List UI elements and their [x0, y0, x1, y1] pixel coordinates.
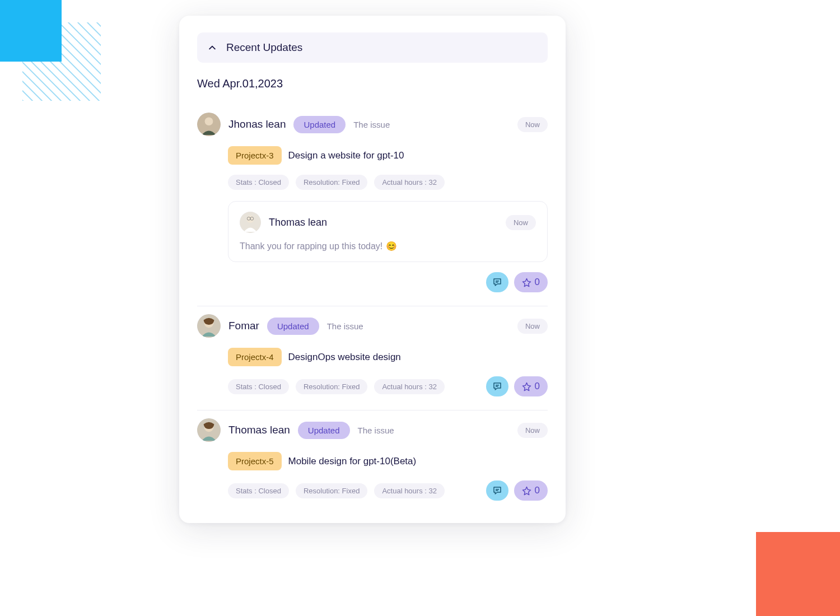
time-pill: Now	[517, 117, 548, 132]
task-row: Projectx-5 Mobile design for gpt-10(Beta…	[228, 452, 548, 470]
task-title: DesignOps website design	[288, 352, 401, 363]
star-icon	[522, 486, 531, 496]
user-name: Jhonas lean	[228, 118, 286, 130]
star-count: 0	[535, 485, 540, 496]
meta-row: Stats : Closed Resolution: Fixed Actual …	[228, 376, 548, 396]
update-header-row: Thomas lean Updated The issue Now	[197, 418, 548, 442]
star-icon	[522, 278, 531, 287]
action-badge: Updated	[293, 116, 346, 133]
decorative-blue-square	[0, 0, 62, 62]
time-pill: Now	[517, 423, 548, 438]
svg-point-1	[205, 117, 213, 125]
user-name: Thomas lean	[228, 424, 290, 436]
star-count: 0	[535, 277, 540, 288]
comment-header: Thomas lean Now	[240, 212, 536, 233]
comment-body: Thank you for rapping up this today! 😊	[240, 241, 536, 251]
collapse-header[interactable]: Recent Updates	[197, 32, 548, 63]
update-header-row: Fomar Updated The issue Now	[197, 314, 548, 338]
star-button[interactable]: 0	[514, 480, 548, 501]
resolution-pill: Resolution: Fixed	[296, 483, 367, 498]
update-header-row: Jhonas lean Updated The issue Now	[197, 113, 548, 136]
actions-row: 0	[197, 272, 548, 292]
resolution-pill: Resolution: Fixed	[296, 175, 367, 190]
comment-button[interactable]	[486, 480, 508, 501]
decorative-orange-square	[756, 532, 840, 616]
task-row: Projectx-4 DesignOps website design	[228, 348, 548, 366]
avatar[interactable]	[240, 212, 261, 233]
hours-pill: Actual hours : 32	[374, 175, 445, 190]
chat-icon	[492, 277, 502, 287]
star-button[interactable]: 0	[514, 272, 548, 292]
time-pill: Now	[506, 215, 536, 230]
smile-emoji-icon: 😊	[386, 241, 397, 251]
comment-user: Thomas lean	[269, 217, 327, 228]
action-badge: Updated	[267, 318, 319, 335]
stats-pill: Stats : Closed	[228, 379, 289, 394]
meta-row: Stats : Closed Resolution: Fixed Actual …	[228, 175, 548, 190]
update-item: Fomar Updated The issue Now Projectx-4 D…	[197, 306, 548, 410]
action-suffix: The issue	[353, 120, 390, 129]
update-item: Jhonas lean Updated The issue Now Projec…	[197, 105, 548, 306]
resolution-pill: Resolution: Fixed	[296, 379, 367, 394]
comment-button[interactable]	[486, 376, 508, 396]
star-icon	[522, 382, 531, 391]
action-suffix: The issue	[358, 426, 394, 435]
avatar[interactable]	[197, 113, 221, 136]
time-pill: Now	[517, 319, 548, 334]
stats-pill: Stats : Closed	[228, 175, 289, 190]
header-title: Recent Updates	[226, 41, 302, 54]
task-title: Design a website for gpt-10	[288, 150, 404, 161]
action-badge: Updated	[298, 422, 350, 439]
update-item: Thomas lean Updated The issue Now Projec…	[197, 410, 548, 501]
hours-pill: Actual hours : 32	[374, 483, 445, 498]
comment-button[interactable]	[486, 272, 508, 292]
stats-pill: Stats : Closed	[228, 483, 289, 498]
project-badge[interactable]: Projectx-5	[228, 452, 282, 470]
recent-updates-card: Recent Updates Wed Apr.01,2023 Jhonas le…	[179, 16, 566, 523]
comment-text: Thank you for rapping up this today!	[240, 241, 382, 251]
user-name: Fomar	[228, 320, 259, 332]
meta-row: Stats : Closed Resolution: Fixed Actual …	[228, 480, 548, 501]
action-suffix: The issue	[327, 321, 363, 331]
task-row: Projectx-3 Design a website for gpt-10	[228, 146, 548, 165]
star-count: 0	[535, 381, 540, 392]
actions-row: 0	[486, 376, 548, 396]
comment-card: Thomas lean Now Thank you for rapping up…	[228, 201, 548, 262]
project-badge[interactable]: Projectx-3	[228, 146, 282, 165]
actions-row: 0	[486, 480, 548, 501]
chevron-up-icon	[208, 44, 216, 52]
hours-pill: Actual hours : 32	[374, 379, 445, 394]
avatar[interactable]	[197, 418, 221, 442]
chat-icon	[492, 381, 502, 391]
star-button[interactable]: 0	[514, 376, 548, 396]
project-badge[interactable]: Projectx-4	[228, 348, 282, 366]
avatar[interactable]	[197, 314, 221, 338]
task-title: Mobile design for gpt-10(Beta)	[288, 456, 417, 467]
chat-icon	[492, 486, 502, 496]
date-label: Wed Apr.01,2023	[197, 77, 548, 90]
